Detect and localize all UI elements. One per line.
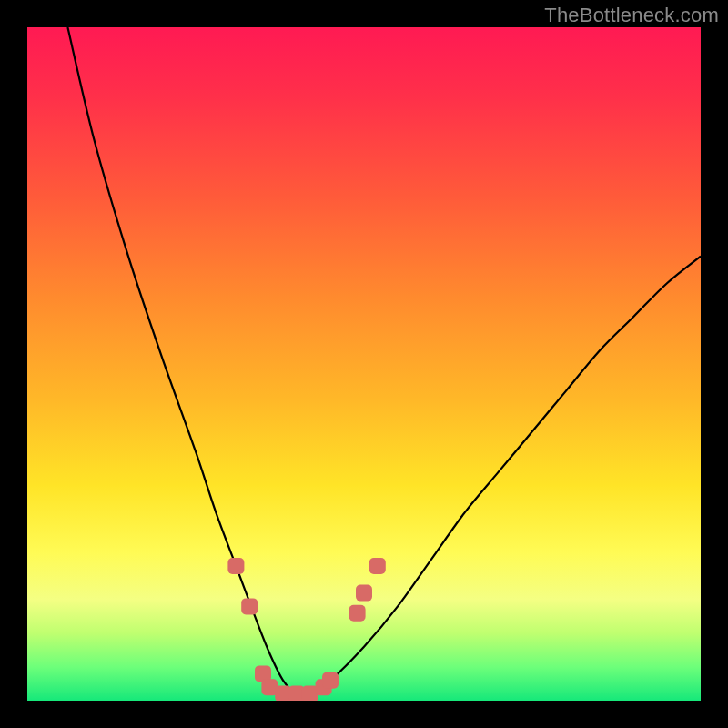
chart-frame: TheBottleneck.com — [0, 0, 728, 728]
plot-area — [27, 27, 701, 701]
watermark-text: TheBottleneck.com — [544, 4, 719, 27]
curve-markers — [228, 558, 385, 701]
curve-marker — [241, 598, 258, 614]
bottleneck-curve-path — [67, 27, 701, 695]
curve-marker — [322, 672, 339, 689]
bottleneck-curve-svg — [27, 27, 701, 701]
curve-marker — [228, 558, 244, 574]
curve-marker — [356, 585, 372, 602]
curve-marker — [349, 605, 366, 622]
curve-marker — [369, 558, 386, 574]
